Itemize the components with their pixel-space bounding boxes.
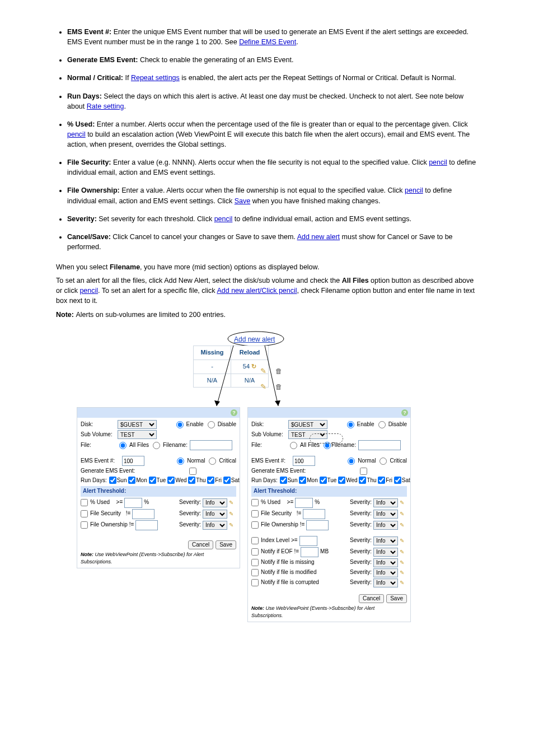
check-mon[interactable] bbox=[128, 477, 135, 484]
check-thu[interactable] bbox=[188, 477, 195, 484]
cancel-button[interactable]: Cancel bbox=[359, 594, 384, 603]
check-tue[interactable] bbox=[149, 477, 156, 484]
check-mon[interactable] bbox=[299, 477, 306, 484]
pencil-icon[interactable]: ✎ bbox=[400, 521, 407, 529]
check-eof[interactable] bbox=[251, 548, 259, 556]
radio-normal[interactable] bbox=[348, 458, 355, 465]
check-fri[interactable] bbox=[378, 477, 385, 484]
pencil-icon[interactable]: ✎ bbox=[400, 579, 407, 586]
help-icon[interactable]: ? bbox=[231, 409, 237, 416]
input-file-security[interactable] bbox=[303, 509, 325, 519]
check-corrupted[interactable] bbox=[251, 579, 259, 586]
radio-all-files[interactable] bbox=[119, 442, 127, 449]
pencil-icon[interactable]: ✎ bbox=[229, 510, 236, 517]
select-severity[interactable]: Info bbox=[203, 521, 227, 530]
radio-normal[interactable] bbox=[177, 458, 184, 465]
radio-all-files[interactable] bbox=[290, 442, 297, 449]
input-file-ownership[interactable] bbox=[306, 520, 329, 530]
check-sat[interactable] bbox=[394, 477, 401, 484]
radio-filename[interactable] bbox=[153, 442, 160, 449]
check-thu[interactable] bbox=[359, 477, 366, 484]
select-disk[interactable]: $GUEST bbox=[118, 420, 157, 429]
input-eof[interactable] bbox=[301, 547, 318, 557]
radio-disable[interactable] bbox=[208, 421, 215, 428]
link-add-new-alert[interactable]: Add new alert bbox=[297, 233, 340, 241]
link-pencil[interactable]: pencil bbox=[214, 215, 233, 223]
link-rate-setting[interactable]: Rate setting bbox=[87, 102, 124, 110]
bold-all-files: All Files bbox=[342, 277, 369, 284]
pencil-icon[interactable]: ✎ bbox=[400, 499, 407, 506]
input-filename[interactable] bbox=[358, 440, 401, 450]
select-subvolume[interactable]: TEST bbox=[118, 430, 157, 439]
select-severity[interactable]: Info bbox=[373, 578, 398, 587]
input-file-security[interactable] bbox=[132, 509, 154, 519]
check-pct-used[interactable] bbox=[81, 499, 88, 506]
check-sun[interactable] bbox=[280, 477, 287, 484]
input-file-ownership[interactable] bbox=[135, 520, 158, 530]
label-severity: Severity: bbox=[350, 558, 372, 567]
cancel-button[interactable]: Cancel bbox=[188, 540, 213, 549]
check-generate-ems[interactable] bbox=[360, 468, 367, 475]
select-severity[interactable]: Info bbox=[203, 510, 227, 519]
link-pencil[interactable]: pencil bbox=[429, 158, 447, 166]
label-all-files: All Files bbox=[129, 441, 149, 450]
link-pencil[interactable]: pencil bbox=[405, 186, 423, 194]
link-pencil[interactable]: pencil bbox=[67, 130, 86, 138]
input-ems[interactable] bbox=[293, 456, 315, 466]
select-disk[interactable]: $GUEST bbox=[288, 420, 327, 429]
check-wed[interactable] bbox=[167, 477, 175, 484]
label-day: Fri bbox=[215, 477, 222, 483]
check-sun[interactable] bbox=[109, 477, 116, 484]
radio-critical[interactable] bbox=[209, 458, 216, 465]
check-modified[interactable] bbox=[251, 569, 259, 576]
input-pct-used[interactable] bbox=[124, 498, 142, 508]
check-missing[interactable] bbox=[251, 559, 259, 566]
input-filename[interactable] bbox=[190, 440, 232, 450]
check-fri[interactable] bbox=[207, 477, 214, 484]
select-severity[interactable]: Info bbox=[373, 548, 398, 557]
pencil-icon[interactable]: ✎ bbox=[400, 537, 407, 544]
radio-critical[interactable] bbox=[380, 458, 387, 465]
pencil-icon[interactable]: ✎ bbox=[229, 499, 236, 506]
check-file-ownership[interactable] bbox=[251, 521, 259, 529]
check-file-security[interactable] bbox=[81, 510, 88, 517]
check-tue[interactable] bbox=[320, 477, 327, 484]
check-generate-ems[interactable] bbox=[189, 468, 196, 475]
radio-enable[interactable] bbox=[347, 421, 354, 428]
input-pct-used[interactable] bbox=[295, 498, 313, 508]
check-file-security[interactable] bbox=[251, 510, 259, 517]
check-wed[interactable] bbox=[338, 477, 345, 484]
link-add-or-pencil[interactable]: Add new alert/Click pencil bbox=[217, 287, 297, 295]
select-severity[interactable]: Info bbox=[373, 510, 398, 519]
link-define-ems[interactable]: Define EMS Event bbox=[239, 38, 296, 46]
label-disk: Disk: bbox=[251, 421, 286, 429]
pencil-icon[interactable]: ✎ bbox=[400, 548, 407, 556]
radio-disable[interactable] bbox=[378, 421, 386, 428]
pencil-icon[interactable]: ✎ bbox=[400, 510, 407, 517]
input-ems[interactable] bbox=[122, 456, 144, 466]
check-file-ownership[interactable] bbox=[81, 521, 88, 529]
pencil-icon[interactable]: ✎ bbox=[400, 559, 407, 566]
radio-enable[interactable] bbox=[176, 421, 184, 428]
input-index-level[interactable] bbox=[299, 536, 317, 546]
label-ne: != bbox=[300, 521, 305, 529]
label-pct-used: % Used bbox=[90, 498, 110, 507]
check-pct-used[interactable] bbox=[251, 499, 259, 506]
check-index-level[interactable] bbox=[251, 537, 259, 544]
select-severity[interactable]: Info bbox=[373, 568, 398, 577]
pencil-icon[interactable]: ✎ bbox=[229, 521, 236, 529]
save-button[interactable]: Save bbox=[216, 540, 236, 549]
select-severity[interactable]: Info bbox=[373, 558, 398, 567]
save-button[interactable]: Save bbox=[386, 594, 407, 603]
select-severity[interactable]: Info bbox=[203, 498, 227, 507]
select-severity[interactable]: Info bbox=[373, 521, 398, 530]
link-save[interactable]: Save bbox=[235, 197, 251, 205]
help-icon[interactable]: ? bbox=[401, 409, 408, 416]
link-pencil[interactable]: pencil bbox=[79, 287, 98, 295]
select-severity[interactable]: Info bbox=[373, 498, 398, 507]
pencil-icon[interactable]: ✎ bbox=[400, 569, 407, 576]
link-repeat-settings[interactable]: Repeat settings bbox=[131, 74, 180, 82]
check-sat[interactable] bbox=[223, 477, 231, 484]
select-severity[interactable]: Info bbox=[373, 536, 398, 545]
label: File Ownership: bbox=[67, 186, 121, 194]
